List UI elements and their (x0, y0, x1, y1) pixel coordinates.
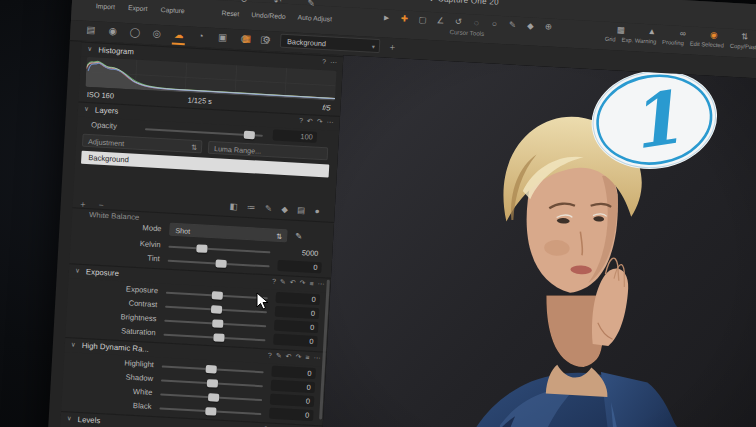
styles-tab-icon[interactable]: ◯ (128, 25, 142, 40)
more-icon[interactable]: ⋯ (317, 280, 324, 288)
contrast-value[interactable]: 0 (275, 306, 320, 319)
saturation-value[interactable]: 0 (273, 334, 318, 347)
grid-icon[interactable]: ▦ (614, 23, 629, 36)
viewer-mode-icon[interactable]: ▢ (260, 34, 270, 45)
gradient-mask-icon[interactable]: ▤ (297, 205, 306, 215)
collapse-icon[interactable]: ∨ (84, 105, 89, 113)
shadow-value[interactable]: 0 (271, 380, 316, 393)
grid-label: Grid (605, 36, 616, 43)
histogram-title: Histogram (98, 45, 134, 56)
eraser-icon[interactable]: ◆ (281, 204, 288, 214)
library-tab-icon[interactable]: ▤ (84, 23, 98, 38)
toolbar-group-mid: Reset Undo/Redo Auto Adjust (221, 9, 332, 22)
export-button[interactable]: Export (128, 4, 148, 12)
kelvin-value[interactable]: 5000 (278, 246, 323, 259)
redo-icon[interactable]: ↷ (295, 353, 301, 361)
exp-warning-label: Exp. Warning (622, 37, 657, 45)
help-icon[interactable]: ? (268, 351, 272, 359)
contrast-slider[interactable] (165, 306, 267, 314)
undo-icon[interactable]: ↶ (290, 279, 296, 287)
auto-adjust-button[interactable]: Auto Adjust (297, 14, 332, 23)
rotate-tool-icon[interactable]: ↺ (453, 15, 465, 28)
chevron-down-icon: ▾ (372, 40, 376, 54)
highlight-value[interactable]: 0 (271, 366, 316, 379)
exposure-value[interactable]: 0 (276, 292, 321, 305)
proofing-icon[interactable]: ∞ (676, 27, 691, 40)
undo-redo-icon[interactable]: ↶ (274, 0, 282, 7)
proofing-label: Proofing (662, 39, 684, 46)
details-tab-icon[interactable]: ▣ (216, 30, 230, 45)
pointer-tool-icon[interactable]: ► (381, 11, 393, 24)
edit-icon[interactable]: ✎ (280, 278, 286, 286)
shadow-slider[interactable] (161, 380, 263, 388)
auto-adjust-icon[interactable]: ✎ (307, 0, 315, 8)
hand-tool-icon[interactable]: ✚ (399, 12, 411, 25)
collapse-icon[interactable]: ∨ (87, 45, 92, 53)
more-icon[interactable]: ⋯ (330, 58, 337, 66)
edit-icon[interactable]: ✎ (276, 352, 282, 360)
menu-icon[interactable]: ≡ (309, 280, 314, 288)
white-value[interactable]: 0 (270, 394, 315, 407)
exposure-warning-icon[interactable]: ▲ (645, 25, 660, 38)
redo-icon[interactable]: ↷ (299, 279, 305, 287)
curve-tab-icon[interactable]: ◔ (194, 29, 208, 44)
edit-selected-icon[interactable]: ◉ (706, 28, 721, 41)
more-icon[interactable]: ⋯ (313, 354, 320, 362)
aperture-value: f/5 (322, 103, 331, 112)
capture-one-logo-icon: ❖ (428, 0, 435, 2)
tint-value[interactable]: 0 (277, 260, 322, 273)
undo-icon[interactable]: ↶ (285, 352, 291, 360)
adjustment-dropdown[interactable]: Adjustment ⇅ (82, 134, 203, 154)
draw-mask-tool-icon[interactable]: ✎ (507, 18, 519, 31)
straighten-tool-icon[interactable]: ∠ (435, 14, 447, 27)
image-icon[interactable]: ◧ (229, 201, 238, 211)
highlight-slider[interactable] (162, 366, 264, 374)
radial-mask-icon[interactable]: ● (314, 206, 320, 216)
collapse-icon[interactable]: ∨ (67, 414, 72, 422)
collapse-icon[interactable]: ∨ (71, 340, 76, 348)
tint-slider[interactable] (168, 260, 270, 268)
shape-tool-icon[interactable]: ○ (489, 17, 501, 30)
list-icon[interactable]: ≔ (247, 202, 256, 212)
help-icon[interactable]: ? (322, 58, 326, 66)
undo-redo-button[interactable]: Undo/Redo (251, 11, 286, 20)
redo-icon[interactable]: ↷ (317, 118, 323, 126)
image-viewer[interactable]: 1 (316, 55, 756, 427)
add-layer-viewer-icon[interactable]: ＋ (388, 41, 398, 54)
copy-paste-icon[interactable]: ⇅ (737, 30, 752, 43)
color-tab-icon[interactable]: ◎ (150, 26, 164, 41)
white-slider[interactable] (160, 393, 262, 401)
brush-icon[interactable]: ✎ (265, 203, 273, 213)
opacity-value[interactable]: 100 (273, 129, 318, 142)
viewer-layer-select[interactable]: Background ▾ (280, 34, 381, 54)
capture-tab-icon[interactable]: ◉ (106, 24, 120, 39)
exposure-slider[interactable] (166, 292, 268, 300)
crop-tool-icon[interactable]: ▢ (417, 13, 429, 26)
black-label: Black (61, 397, 151, 411)
opacity-slider[interactable] (145, 128, 263, 137)
black-value[interactable]: 0 (269, 408, 314, 421)
undo-icon[interactable]: ↶ (307, 117, 313, 125)
help-icon[interactable]: ? (272, 278, 276, 286)
kelvin-slider[interactable] (168, 246, 270, 254)
luma-range-button[interactable]: Luma Range... (208, 141, 329, 161)
menu-icon[interactable]: ≡ (305, 354, 310, 362)
help-icon[interactable]: ? (299, 117, 303, 125)
collapse-icon[interactable]: ∨ (75, 267, 80, 275)
brightness-value[interactable]: 0 (274, 320, 319, 333)
reset-button[interactable]: Reset (221, 9, 239, 17)
grid-view-icon[interactable]: ▦ (242, 33, 252, 44)
pick-color-tool-icon[interactable]: ◆ (525, 19, 537, 32)
saturation-slider[interactable] (164, 334, 266, 342)
tool-panel: ∨ Histogram ? ⋯ (55, 41, 344, 427)
brightness-slider[interactable] (164, 320, 266, 328)
exposure-tab-icon[interactable]: ☁ (172, 28, 186, 43)
capture-button[interactable]: Capture (160, 6, 185, 14)
more-icon[interactable]: ⋯ (326, 118, 333, 126)
zoom-tool-icon[interactable]: ⊕ (543, 20, 555, 33)
reset-icon[interactable]: ↺ (240, 0, 248, 5)
import-button[interactable]: Import (96, 2, 116, 10)
spot-tool-icon[interactable]: ◌ (471, 16, 483, 29)
wb-eyedropper-icon[interactable]: ✎ (295, 231, 303, 241)
black-slider[interactable] (159, 407, 261, 415)
